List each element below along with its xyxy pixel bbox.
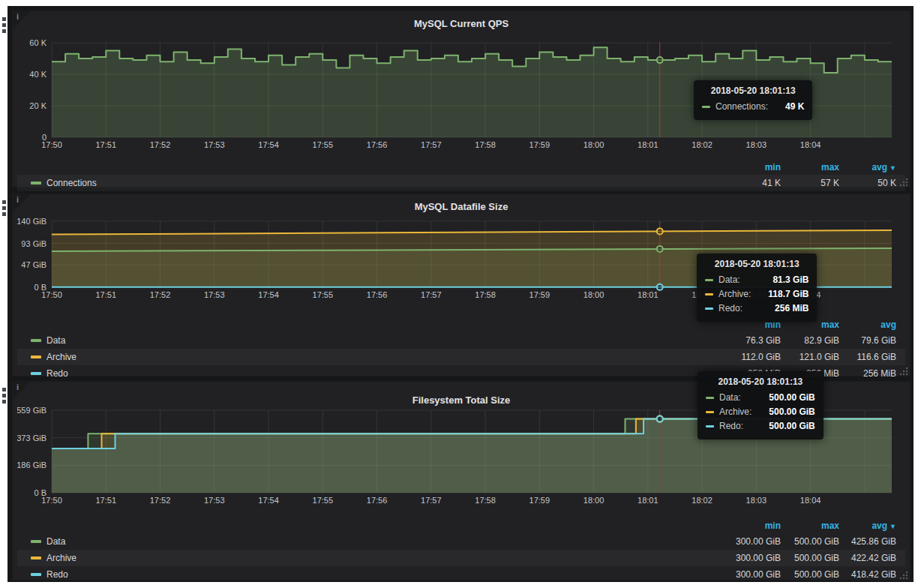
panel-resize-handle[interactable] xyxy=(899,569,908,578)
svg-text:18:03: 18:03 xyxy=(746,140,767,149)
svg-text:17:52: 17:52 xyxy=(150,140,171,149)
stat-avg-value: 79.6 GiB xyxy=(839,335,896,346)
stat-header-max[interactable]: max xyxy=(781,162,839,172)
datafile-graph-canvas[interactable]: 0 B47 GiB93 GiB140 GiB17:5017:5117:5217:… xyxy=(17,215,902,301)
svg-text:18:04: 18:04 xyxy=(800,140,821,149)
svg-text:17:50: 17:50 xyxy=(41,496,62,505)
stat-header-avg[interactable]: avg▼ xyxy=(839,162,896,172)
svg-text:17:59: 17:59 xyxy=(530,496,550,505)
svg-text:17:51: 17:51 xyxy=(95,140,116,149)
legend-row-connections: Connections 41 K 57 K 50 K xyxy=(17,175,905,191)
stat-avg-value: 256 MiB xyxy=(839,368,896,379)
info-icon: i xyxy=(16,382,19,392)
legend-color-dash[interactable] xyxy=(31,182,41,184)
stat-header-avg[interactable]: avg xyxy=(839,320,896,330)
stat-min-value: 76.3 GiB xyxy=(722,335,781,346)
legend-label: Archive xyxy=(46,352,76,362)
stat-avg-value: 418.42 GiB xyxy=(839,569,896,580)
legend-item-data[interactable]: Data xyxy=(31,335,722,346)
svg-text:17:55: 17:55 xyxy=(313,496,334,505)
svg-text:93 GiB: 93 GiB xyxy=(21,239,46,248)
stat-min-value: 300.00 GiB xyxy=(722,553,781,563)
svg-text:17:57: 17:57 xyxy=(421,140,442,149)
svg-text:18:00: 18:00 xyxy=(584,140,604,149)
stat-header-avg[interactable]: avg▼ xyxy=(839,520,896,531)
svg-text:18:01: 18:01 xyxy=(638,290,658,299)
stat-max-value: 57 K xyxy=(781,178,839,188)
svg-text:17:55: 17:55 xyxy=(313,290,334,299)
svg-text:17:54: 17:54 xyxy=(258,290,279,299)
svg-text:18:00: 18:00 xyxy=(584,496,604,505)
svg-text:186 GiB: 186 GiB xyxy=(17,460,46,470)
legend-header-row: min max avg▼ xyxy=(17,518,905,533)
svg-text:18:02: 18:02 xyxy=(692,140,712,149)
legend-item-archive[interactable]: Archive xyxy=(31,352,722,362)
legend-color-dash[interactable] xyxy=(31,356,41,358)
svg-text:40 K: 40 K xyxy=(29,70,46,79)
stat-min-value: 256 MiB xyxy=(722,368,781,379)
legend-header-row: min max avg xyxy=(17,317,905,332)
panel-resize-handle[interactable] xyxy=(899,176,908,185)
legend-item-redo[interactable]: Redo xyxy=(31,368,722,379)
stat-avg-value: 50 K xyxy=(839,178,896,188)
stat-header-min[interactable]: min xyxy=(722,162,781,172)
svg-text:17:58: 17:58 xyxy=(475,140,496,149)
legend-label: Connections xyxy=(46,178,97,188)
legend-item-archive[interactable]: Archive xyxy=(31,553,722,563)
legend-row-redo: Redo 256 MiB 256 MiB 256 MiB xyxy=(17,365,905,382)
legend-table: min max avg▼ Data 300.00 GiB 500.00 GiB … xyxy=(17,518,905,583)
panel-title[interactable]: MySQL Datafile Size xyxy=(13,201,910,212)
legend-header-row: min max avg▼ xyxy=(17,160,905,175)
legend-color-dash[interactable] xyxy=(31,372,41,375)
stat-min-value: 41 K xyxy=(722,178,781,188)
stat-header-avg-label: avg xyxy=(872,162,887,172)
panel-resize-handle[interactable] xyxy=(899,365,908,374)
legend-label: Data xyxy=(46,335,65,346)
svg-text:18:01: 18:01 xyxy=(638,496,658,505)
legend-color-dash[interactable] xyxy=(31,573,41,576)
stat-header-max[interactable]: max xyxy=(781,520,839,531)
stat-header-min[interactable]: min xyxy=(722,320,781,330)
stat-avg-value: 422.42 GiB xyxy=(839,553,896,563)
legend-item-connections[interactable]: Connections xyxy=(31,178,722,188)
svg-text:18:02: 18:02 xyxy=(692,290,712,299)
filesystem-graph-canvas[interactable]: 0 B186 GiB373 GiB559 GiB17:5017:5117:521… xyxy=(17,404,902,506)
svg-text:17:54: 17:54 xyxy=(258,140,279,149)
svg-text:17:55: 17:55 xyxy=(313,140,334,149)
svg-text:18:03: 18:03 xyxy=(746,496,767,505)
legend-item-redo[interactable]: Redo xyxy=(31,569,722,580)
panel-title[interactable]: MySQL Current QPS xyxy=(13,18,910,29)
stat-max-value: 82.9 GiB xyxy=(781,335,839,346)
svg-text:17:51: 17:51 xyxy=(95,290,116,299)
legend-table: min max avg▼ Connections 41 K 57 K 50 K xyxy=(17,160,905,191)
row-drag-handle-icon[interactable] xyxy=(2,17,7,35)
svg-text:60 K: 60 K xyxy=(29,38,46,47)
svg-text:47 GiB: 47 GiB xyxy=(21,260,46,269)
svg-text:140 GiB: 140 GiB xyxy=(17,217,46,226)
svg-text:18:00: 18:00 xyxy=(584,290,604,299)
svg-text:17:56: 17:56 xyxy=(367,140,388,149)
svg-text:17:58: 17:58 xyxy=(475,290,496,299)
svg-text:17:52: 17:52 xyxy=(150,290,171,299)
legend-table: min max avg Data 76.3 GiB 82.9 GiB 79.6 … xyxy=(17,317,905,382)
stat-header-avg-label: avg xyxy=(872,520,887,531)
legend-item-data[interactable]: Data xyxy=(31,536,722,547)
legend-color-dash[interactable] xyxy=(31,556,41,560)
svg-text:17:52: 17:52 xyxy=(150,496,171,505)
legend-row-data: Data 300.00 GiB 500.00 GiB 425.86 GiB xyxy=(17,533,905,550)
stat-max-value: 500.00 GiB xyxy=(781,569,839,580)
svg-text:17:56: 17:56 xyxy=(367,496,388,505)
svg-text:20 K: 20 K xyxy=(29,101,46,110)
sort-caret-icon: ▼ xyxy=(890,164,896,172)
svg-text:17:53: 17:53 xyxy=(204,290,225,299)
legend-color-dash[interactable] xyxy=(31,540,41,543)
svg-text:373 GiB: 373 GiB xyxy=(17,434,46,442)
panel-mysql-current-qps: i MySQL Current QPS 020 K40 K60 K17:5017… xyxy=(12,10,910,188)
svg-text:17:53: 17:53 xyxy=(204,496,225,505)
legend-color-dash[interactable] xyxy=(31,339,41,342)
qps-graph-canvas[interactable]: 020 K40 K60 K17:5017:5117:5217:5317:5417… xyxy=(17,37,902,151)
row-drag-handle-icon[interactable] xyxy=(2,388,7,406)
stat-header-max[interactable]: max xyxy=(781,320,839,330)
row-drag-handle-icon[interactable] xyxy=(2,200,7,218)
stat-header-min[interactable]: min xyxy=(722,520,781,531)
